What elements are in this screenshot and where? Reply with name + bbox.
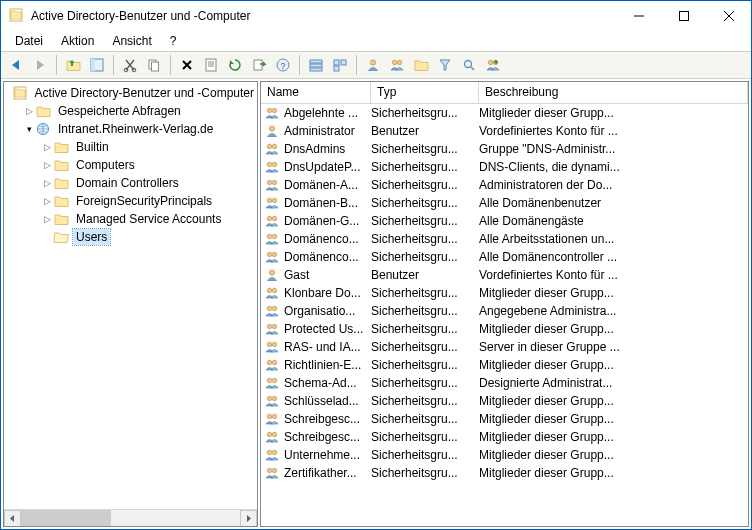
add-to-group-button[interactable] (482, 54, 504, 76)
group-icon (265, 160, 281, 174)
list-item[interactable]: Richtlinien-E...Sicherheitsgru...Mitglie… (261, 356, 748, 374)
row-type: Sicherheitsgru... (371, 196, 479, 210)
delete-button[interactable] (176, 54, 198, 76)
row-name: Domänen-G... (284, 214, 359, 228)
properties-button[interactable] (200, 54, 222, 76)
chevron-right-icon[interactable]: ▷ (40, 176, 54, 190)
list-item[interactable]: AdministratorBenutzerVordefiniertes Kont… (261, 122, 748, 140)
tree-fsp[interactable]: ▷ ForeignSecurityPrincipals (4, 192, 257, 210)
tree-root[interactable]: Active Directory-Benutzer und -Computer (4, 84, 257, 102)
chevron-right-icon[interactable]: ▷ (40, 140, 54, 154)
list-item[interactable]: Domänen-B...Sicherheitsgru...Alle Domäne… (261, 194, 748, 212)
help-button[interactable]: ? (272, 54, 294, 76)
globe-icon (36, 122, 52, 136)
chevron-right-icon[interactable]: ▷ (40, 158, 54, 172)
list-item[interactable]: Zertifikather...Sicherheitsgru...Mitglie… (261, 464, 748, 482)
list-item[interactable]: GastBenutzerVordefiniertes Konto für ... (261, 266, 748, 284)
svg-rect-25 (334, 60, 339, 65)
group-icon (265, 448, 281, 462)
row-type: Sicherheitsgru... (371, 232, 479, 246)
svg-rect-26 (341, 60, 346, 65)
column-type[interactable]: Typ (371, 82, 479, 103)
group-icon (265, 322, 281, 336)
tree-domain[interactable]: ▾ Intranet.Rheinwerk-Verlag.de (4, 120, 257, 138)
list-item[interactable]: Schema-Ad...Sicherheitsgru...Designierte… (261, 374, 748, 392)
tree-label: Domain Controllers (73, 175, 182, 191)
forward-button[interactable] (29, 54, 51, 76)
menu-file[interactable]: Datei (7, 32, 51, 50)
close-button[interactable] (706, 1, 751, 31)
view-details-button[interactable] (305, 54, 327, 76)
find-button[interactable] (458, 54, 480, 76)
scroll-track[interactable] (21, 510, 240, 527)
new-ou-button[interactable] (410, 54, 432, 76)
scroll-right-button[interactable] (240, 510, 257, 527)
window-buttons (616, 1, 751, 31)
list-item[interactable]: Domänenco...Sicherheitsgru...Alle Arbeit… (261, 230, 748, 248)
cut-button[interactable] (119, 54, 141, 76)
list-item[interactable]: Protected Us...Sicherheitsgru...Mitglied… (261, 320, 748, 338)
horizontal-scrollbar[interactable] (4, 509, 257, 526)
view-list-button[interactable] (329, 54, 351, 76)
menu-action[interactable]: Aktion (53, 32, 102, 50)
list-item[interactable]: DnsUpdateP...Sicherheitsgru...DNS-Client… (261, 158, 748, 176)
list-item[interactable]: Domänen-G...Sicherheitsgru...Alle Domäne… (261, 212, 748, 230)
tree-builtin[interactable]: ▷ Builtin (4, 138, 257, 156)
row-type: Benutzer (371, 124, 479, 138)
refresh-button[interactable] (224, 54, 246, 76)
up-button[interactable] (62, 54, 84, 76)
row-name: Schreibgesc... (284, 412, 360, 426)
list-item[interactable]: Unternehme...Sicherheitsgru...Mitglieder… (261, 446, 748, 464)
list-item[interactable]: Schreibgesc...Sicherheitsgru...Mitgliede… (261, 428, 748, 446)
row-name: Organisatio... (284, 304, 355, 318)
back-button[interactable] (5, 54, 27, 76)
list-item[interactable]: RAS- und IA...Sicherheitsgru...Server in… (261, 338, 748, 356)
new-user-button[interactable] (362, 54, 384, 76)
chevron-down-icon[interactable]: ▾ (22, 122, 36, 136)
chevron-right-icon[interactable]: ▷ (22, 104, 36, 118)
minimize-button[interactable] (616, 1, 661, 31)
list-item[interactable]: Organisatio...Sicherheitsgru...Angegeben… (261, 302, 748, 320)
user-icon (265, 124, 281, 138)
group-icon (265, 142, 281, 156)
scroll-left-button[interactable] (4, 510, 21, 527)
maximize-button[interactable] (661, 1, 706, 31)
row-type: Sicherheitsgru... (371, 376, 479, 390)
menu-view[interactable]: Ansicht (104, 32, 159, 50)
list-item[interactable]: Schlüsselad...Sicherheitsgru...Mitgliede… (261, 392, 748, 410)
chevron-right-icon[interactable]: ▷ (40, 194, 54, 208)
new-group-button[interactable] (386, 54, 408, 76)
row-name: DnsUpdateP... (284, 160, 361, 174)
tree-msa[interactable]: ▷ Managed Service Accounts (4, 210, 257, 228)
row-name: Abgelehnte ... (284, 106, 358, 120)
column-name[interactable]: Name (261, 82, 371, 103)
row-desc: Administratoren der Do... (479, 178, 744, 192)
export-button[interactable] (248, 54, 270, 76)
svg-rect-15 (206, 59, 216, 71)
list-item[interactable]: Klonbare Do...Sicherheitsgru...Mitgliede… (261, 284, 748, 302)
tree-saved-queries[interactable]: ▷ Gespeicherte Abfragen (4, 102, 257, 120)
list-item[interactable]: Schreibgesc...Sicherheitsgru...Mitgliede… (261, 410, 748, 428)
filter-button[interactable] (434, 54, 456, 76)
menu-help[interactable]: ? (162, 32, 185, 50)
list-item[interactable]: Domänenco...Sicherheitsgru...Alle Domäne… (261, 248, 748, 266)
column-desc[interactable]: Beschreibung (479, 82, 748, 103)
tree-domain-controllers[interactable]: ▷ Domain Controllers (4, 174, 257, 192)
row-name: Protected Us... (284, 322, 363, 336)
folder-open-icon (54, 230, 70, 244)
tree-label: Gespeicherte Abfragen (55, 103, 184, 119)
list-item[interactable]: Domänen-A...Sicherheitsgru...Administrat… (261, 176, 748, 194)
titlebar: Active Directory-Benutzer und -Computer (1, 1, 751, 31)
tree-computers[interactable]: ▷ Computers (4, 156, 257, 174)
group-icon (265, 106, 281, 120)
show-tree-button[interactable] (86, 54, 108, 76)
list-item[interactable]: Abgelehnte ...Sicherheitsgru...Mitgliede… (261, 104, 748, 122)
chevron-right-icon[interactable]: ▷ (40, 212, 54, 226)
tree-users[interactable]: Users (4, 228, 257, 246)
list-body[interactable]: Abgelehnte ...Sicherheitsgru...Mitgliede… (261, 104, 748, 526)
scroll-thumb[interactable] (21, 510, 111, 527)
list-item[interactable]: DnsAdminsSicherheitsgru...Gruppe "DNS-Ad… (261, 140, 748, 158)
tree-pane[interactable]: Active Directory-Benutzer und -Computer … (3, 81, 258, 527)
group-icon (265, 430, 281, 444)
copy-button[interactable] (143, 54, 165, 76)
